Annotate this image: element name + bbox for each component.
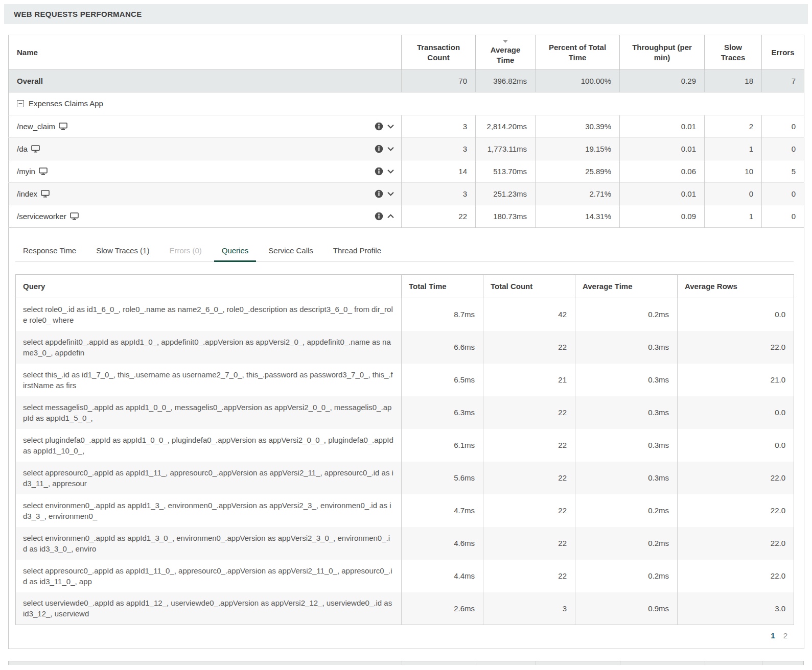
query-text: select userviewde0_.appId as appId1_12_,… xyxy=(16,592,402,625)
query-row: select environmen0_.appId as appId1_3_0_… xyxy=(16,527,794,560)
tab-queries[interactable]: Queries xyxy=(214,242,257,262)
page-1[interactable]: 1 xyxy=(771,631,775,640)
cell-errors: 0 xyxy=(762,138,804,160)
cell-average-time: 0.3ms xyxy=(575,462,678,494)
overall-label: Overall xyxy=(9,70,402,92)
chevron-down-icon[interactable] xyxy=(387,169,394,174)
group-label: Expenses Claims App xyxy=(29,99,103,108)
cell-total-time: 4.6ms xyxy=(402,527,483,560)
cell-average-time: 0.3ms xyxy=(575,396,678,429)
chevron-down-icon[interactable] xyxy=(387,147,394,151)
cell-average-time: 0.2ms xyxy=(575,494,678,527)
query-text: select messagelis0_.appId as appId1_0_0_… xyxy=(16,396,402,429)
column-header-average-time[interactable]: Average Time xyxy=(476,35,536,70)
column-header-average-time[interactable]: Average Time xyxy=(575,275,678,298)
cell-average-time: 0.3ms xyxy=(575,331,678,364)
queries-header-row: Query Total Time Total Count Average Tim… xyxy=(16,275,794,298)
cell-average-rows: 22.0 xyxy=(678,494,794,527)
transaction-name[interactable]: /myin xyxy=(17,167,35,176)
cell-average-rows: 22.0 xyxy=(678,527,794,560)
cell-throughput: 0.01 xyxy=(620,183,705,205)
cell-percent-of-total-time: 19.15% xyxy=(536,138,620,160)
page-2[interactable]: 2 xyxy=(783,631,787,640)
query-text: select plugindefa0_.appId as appId1_0_0_… xyxy=(16,429,402,462)
cell-total-count: 22 xyxy=(483,527,575,560)
info-icon[interactable] xyxy=(375,167,383,176)
query-row: select this_.id as id1_7_0_, this_.usern… xyxy=(16,364,794,396)
next-table-cutoff xyxy=(8,661,804,665)
cell-errors: 5 xyxy=(762,160,804,183)
chevron-down-icon[interactable] xyxy=(387,124,394,129)
cell-percent-of-total-time: 100.00% xyxy=(536,70,620,92)
query-row: select messagelis0_.appId as appId1_0_0_… xyxy=(16,396,794,429)
column-header-throughput[interactable]: Throughput (per min) xyxy=(620,35,705,70)
monitor-icon xyxy=(59,123,67,130)
tab-response-time[interactable]: Response Time xyxy=(15,242,84,262)
cell-throughput: 0.01 xyxy=(620,115,705,138)
info-icon[interactable] xyxy=(375,122,383,131)
tab-slow-traces[interactable]: Slow Traces (1) xyxy=(88,242,157,262)
column-header-query[interactable]: Query xyxy=(16,275,402,298)
table-row: /myin 14 513.70ms 25.89% 0.06 10 5 xyxy=(9,160,804,183)
cell-percent-of-total-time: 30.39% xyxy=(536,115,620,138)
query-text: select environmen0_.appId as appId1_3_0_… xyxy=(16,527,402,560)
tab-errors: Errors (0) xyxy=(161,242,209,262)
query-text: select appdefinit0_.appId as appId1_0_, … xyxy=(16,331,402,364)
column-header-name[interactable]: Name xyxy=(9,35,402,70)
transaction-name[interactable]: /new_claim xyxy=(17,122,55,131)
table-row: /da 3 1,773.11ms 19.15% 0.01 1 0 xyxy=(9,138,804,160)
cell-average-rows: 22.0 xyxy=(678,462,794,494)
transaction-name[interactable]: /serviceworker xyxy=(17,212,66,221)
cell-average-time: 0.2ms xyxy=(575,560,678,592)
panel-header: WEB REQUESTS PERFORMANCE xyxy=(4,4,808,24)
chevron-down-icon[interactable] xyxy=(387,192,394,196)
cell-average-time: 251.23ms xyxy=(476,183,536,205)
cell-percent-of-total-time: 14.31% xyxy=(536,205,620,228)
query-row: select appresourc0_.appId as appId1_11_,… xyxy=(16,462,794,494)
monitor-icon xyxy=(41,190,50,198)
monitor-icon xyxy=(70,212,79,220)
column-header-total-count[interactable]: Total Count xyxy=(483,275,575,298)
cell-total-time: 6.1ms xyxy=(402,429,483,462)
cell-average-time: 180.73ms xyxy=(476,205,536,228)
cell-slow-traces: 2 xyxy=(705,115,762,138)
info-icon[interactable] xyxy=(375,212,383,221)
column-header-average-rows[interactable]: Average Rows xyxy=(678,275,794,298)
detail-tabs: Response Time Slow Traces (1) Errors (0)… xyxy=(15,242,794,262)
cell-transaction-count: 14 xyxy=(402,160,476,183)
table-row: /index 3 251.23ms 2.71% 0.01 0 0 xyxy=(9,183,804,205)
table-row: /new_claim 3 2,814.20ms 30.39% 0.01 2 0 xyxy=(9,115,804,138)
cell-percent-of-total-time: 25.89% xyxy=(536,160,620,183)
cell-total-count: 3 xyxy=(483,592,575,625)
cell-slow-traces: 1 xyxy=(705,205,762,228)
cell-transaction-count: 3 xyxy=(402,115,476,138)
info-icon[interactable] xyxy=(375,145,383,153)
cell-total-count: 22 xyxy=(483,560,575,592)
tab-thread-profile[interactable]: Thread Profile xyxy=(326,242,389,262)
cell-total-time: 4.4ms xyxy=(402,560,483,592)
column-header-errors[interactable]: Errors xyxy=(762,35,804,70)
cell-percent-of-total-time: 2.71% xyxy=(536,183,620,205)
collapse-icon[interactable] xyxy=(17,100,24,109)
column-header-total-time[interactable]: Total Time xyxy=(402,275,483,298)
column-header-transaction-count[interactable]: Transaction Count xyxy=(402,35,476,70)
column-header-slow-traces[interactable]: Slow Traces xyxy=(705,35,762,70)
cell-average-rows: 21.0 xyxy=(678,364,794,396)
cell-average-time: 2,814.20ms xyxy=(476,115,536,138)
cell-average-rows: 22.0 xyxy=(678,560,794,592)
cell-errors: 7 xyxy=(762,70,804,92)
cell-total-count: 22 xyxy=(483,494,575,527)
cell-errors: 0 xyxy=(762,205,804,228)
info-icon[interactable] xyxy=(375,189,383,198)
cell-slow-traces: 18 xyxy=(705,70,762,92)
transaction-name[interactable]: /index xyxy=(17,189,37,198)
overall-row: Overall 70 396.82ms 100.00% 0.29 18 7 xyxy=(9,70,804,92)
chevron-up-icon[interactable] xyxy=(387,214,394,219)
tab-service-calls[interactable]: Service Calls xyxy=(261,242,321,262)
column-header-percent-of-total-time[interactable]: Percent of Total Time xyxy=(536,35,620,70)
cell-throughput: 0.06 xyxy=(620,160,705,183)
transaction-name[interactable]: /da xyxy=(17,145,28,153)
table-header-row: Name Transaction Count Average Time Perc… xyxy=(9,35,804,70)
cell-errors: 0 xyxy=(762,115,804,138)
cell-total-time: 5.6ms xyxy=(402,462,483,494)
